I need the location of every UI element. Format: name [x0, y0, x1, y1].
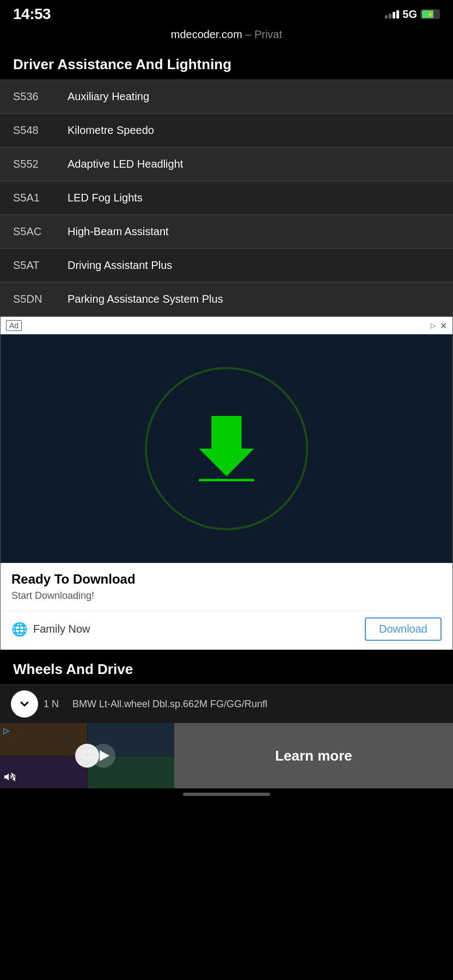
video-thumbnail[interactable]: ▷ 🛡 [0, 723, 174, 788]
ad-subtitle: Start Downloading! [11, 590, 442, 602]
signal-bars-icon [385, 10, 399, 19]
wheels-section: Wheels And Drive 1 N BMW Lt-All.wheel Db… [0, 650, 453, 723]
feature-row: S548 Kilometre Speedo [0, 114, 453, 148]
video-play-button[interactable] [0, 723, 174, 788]
learn-more-button[interactable]: Learn more [264, 748, 363, 764]
feature-name: Auxiliary Heating [68, 90, 149, 103]
address-bar: mdecoder.com – Privat [0, 26, 453, 47]
feature-row: S552 Adaptive LED Headlight [0, 148, 453, 181]
globe-icon: 🌐 [11, 622, 28, 637]
ad-image-area [1, 334, 452, 563]
status-bar: 14:53 5G ⚡ [0, 0, 453, 26]
download-arrow-graphic [188, 416, 265, 481]
feature-name: Kilometre Speedo [68, 124, 154, 137]
wheels-row-text: 1 N BMW Lt-All.wheel Dbl.sp.662M FG/GG/R… [44, 699, 442, 710]
feature-code: S5DN [13, 293, 68, 305]
ad-title: Ready To Download [11, 572, 442, 587]
battery-icon: ⚡ [420, 9, 440, 19]
volume-icon [3, 771, 15, 785]
feature-code: S5A1 [13, 192, 68, 204]
feature-code: S548 [13, 124, 68, 137]
home-indicator [183, 793, 270, 796]
svg-marker-0 [199, 416, 254, 476]
feature-code: S5AC [13, 225, 68, 238]
video-ad-bar[interactable]: ▷ 🛡 Learn more [0, 723, 453, 788]
feature-code: S552 [13, 158, 68, 170]
feature-row: S5A1 LED Fog Lights [0, 181, 453, 215]
ad-text-area: Ready To Download Start Downloading! [1, 563, 452, 610]
download-button[interactable]: Download [365, 617, 442, 641]
feature-code: S5AT [13, 259, 68, 272]
feature-code: S536 [13, 90, 68, 103]
feature-name: Adaptive LED Headlight [68, 158, 183, 170]
adchoice-video-icon: ▷ [3, 726, 9, 735]
ad-source: 🌐 Family Now [11, 622, 90, 637]
wheels-bottom-row: 1 N BMW Lt-All.wheel Dbl.sp.662M FG/GG/R… [0, 684, 453, 723]
wheels-section-title: Wheels And Drive [0, 650, 453, 684]
ad-badge: Ad [6, 320, 22, 331]
feature-table: S536 Auxiliary Heating S548 Kilometre Sp… [0, 79, 453, 316]
domain-text: mdecoder.com [171, 28, 242, 40]
feature-name: Parking Assistance System Plus [68, 293, 223, 305]
ad-controls: ▷ ✕ [431, 321, 447, 331]
feature-name: High-Beam Assistant [68, 225, 169, 238]
learn-more-area[interactable]: Learn more [174, 723, 453, 788]
driver-section-title: Driver Assistance And Lightning [0, 47, 453, 79]
address-separator: – [245, 28, 254, 40]
ad-circle-graphic [145, 367, 308, 530]
ad-label-bar: Ad ▷ ✕ [1, 317, 452, 334]
home-bar [0, 788, 453, 800]
feature-row: S536 Auxiliary Heating [0, 80, 453, 114]
feature-name: Driving Assistant Plus [68, 259, 172, 272]
network-type: 5G [402, 8, 417, 21]
feature-name: LED Fog Lights [68, 192, 143, 204]
adchoice-icon: ▷ [431, 322, 436, 329]
collapse-button[interactable] [11, 690, 38, 718]
feature-row: S5AC High-Beam Assistant [0, 215, 453, 249]
ad-container[interactable]: Ad ▷ ✕ Ready To Download Start Downloadi… [0, 316, 453, 650]
feature-row: S5AT Driving Assistant Plus [0, 249, 453, 283]
status-icons: 5G ⚡ [385, 8, 440, 21]
address-mode: Privat [254, 28, 282, 40]
battery-bolt-icon: ⚡ [427, 11, 433, 17]
status-time: 14:53 [13, 5, 51, 23]
ad-source-name: Family Now [33, 623, 90, 635]
feature-row: S5DN Parking Assistance System Plus [0, 283, 453, 316]
svg-rect-1 [199, 479, 254, 481]
ad-footer: 🌐 Family Now Download [1, 610, 452, 650]
ad-close-icon[interactable]: ✕ [440, 321, 447, 331]
